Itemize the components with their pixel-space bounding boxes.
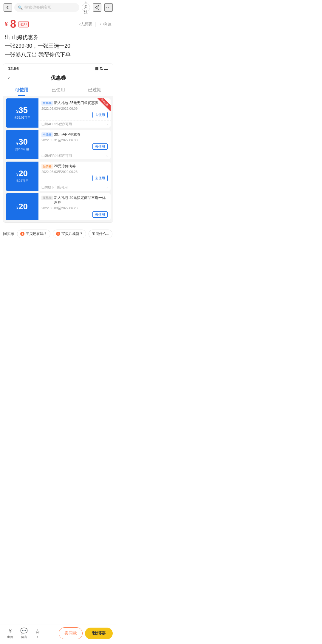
ss-coupon-3-inner: 品类券 20元冷鲜肉券 2022.06.03至2022.06.23 去使用 山姆… <box>38 162 111 191</box>
follow-button[interactable]: + 关注 <box>82 3 90 12</box>
ss-coupon-2-top: 全场券 30元-APP满减券 <box>41 132 108 137</box>
quick-q-label-3: 宝贝什么... <box>92 231 109 236</box>
ss-coupon-1-right: 全场券 新人礼包-35元无门槛优惠券 2022.06.03至2022.06.09… <box>38 98 111 120</box>
battery-icon: ▬ <box>104 66 108 71</box>
ss-coupon-3-badge: 品类券 <box>41 164 53 169</box>
ss-coupon-2-left: ¥30 满299可用 <box>6 130 38 159</box>
ss-coupon-4: ¥20 商品券 新人礼包-20元指定商品三选一优惠券 2022.06.03至20… <box>6 193 111 220</box>
ss-coupon-4-inner: 商品券 新人礼包-20元指定商品三选一优惠券 2022.06.03至2022.0… <box>38 193 111 220</box>
ss-coupon-3-chevron: › <box>106 186 108 189</box>
ss-app-title: 优惠券 <box>51 75 66 81</box>
quick-q-icon-1: ⬆ <box>20 232 24 236</box>
ss-time: 12:56 <box>8 66 19 71</box>
ss-app-header: ‹ 优惠券 <box>3 72 113 84</box>
ss-status-icons: ▦ ⇅ ▬ <box>95 66 108 71</box>
share-button[interactable] <box>93 3 101 12</box>
price-section: ¥ 8 包邮 2人想要 │ 73浏览 <box>0 15 116 32</box>
ss-coupon-4-name: 新人礼包-20元指定商品三选一优惠券 <box>54 196 108 205</box>
message-btn[interactable]: 💬 留言 <box>17 627 31 639</box>
price-value: 8 <box>10 19 16 30</box>
price-symbol: ¥ <box>5 21 8 27</box>
ask-seller-label: 问卖家 <box>3 231 15 236</box>
ss-coupon-1-left: ¥35 满35.01可用 <box>6 98 38 128</box>
ss-coupon-1-inner: 全场券 新人礼包-35元无门槛优惠券 2022.06.03至2022.06.09… <box>38 98 111 128</box>
ss-coupon-1-date: 2022.06.03至2022.06.09 <box>41 106 108 111</box>
ss-coupon-4-amount: ¥20 <box>16 202 28 211</box>
ss-coupon-2-date: 2022.05.31至2022.06.30 <box>41 138 108 143</box>
ss-coupon-2-badge: 全场券 <box>41 132 53 137</box>
ss-coupon-2-use-btn[interactable]: 去使用 <box>92 143 108 150</box>
search-icon: 🔍 <box>18 5 23 10</box>
ss-coupon-1: ¥35 满35.01可用 全场券 新人礼包-35元无门槛优惠券 2022.06.… <box>6 98 111 128</box>
ss-coupon-3-use-row: 去使用 <box>41 175 108 181</box>
ss-coupon-1-badge: 全场券 <box>41 101 53 106</box>
ss-coupon-2-inner: 全场券 30元-APP满减券 2022.05.31至2022.06.30 去使用… <box>38 130 111 159</box>
ss-tab-expired[interactable]: 已过期 <box>76 84 113 96</box>
out-price-btn[interactable]: ¥ 出价 <box>4 628 17 639</box>
ss-coupon-3-date: 2022.06.03至2022.06.23 <box>41 170 108 174</box>
sell-same-button[interactable]: 卖同款 <box>59 627 83 639</box>
follow-label: + 关注 <box>84 0 88 15</box>
ss-back-icon[interactable]: ‹ <box>8 75 10 81</box>
ss-coupon-1-use-row: 去使用 <box>41 112 108 118</box>
message-icon: 💬 <box>20 627 28 634</box>
item-title: 出 山姆优惠券 一张299-30，一张三选一20 一张券八元出 我帮你代下单 <box>0 32 116 64</box>
title-line2: 一张299-30，一张三选一20 <box>5 42 112 50</box>
ss-coupon-2: ¥30 满299可用 全场券 30元-APP满减券 2022.05.31至202… <box>6 130 111 159</box>
ss-coupon-4-right: 商品券 新人礼包-20元指定商品三选一优惠券 2022.06.03至2022.0… <box>38 193 111 220</box>
ss-coupon-3-amount: ¥20 <box>16 169 28 178</box>
quick-q-label-1: 宝贝还在吗？ <box>26 231 47 236</box>
quick-q-btn-1[interactable]: ⬆ 宝贝还在吗？ <box>17 230 50 238</box>
more-button[interactable]: ··· <box>104 3 113 12</box>
ss-coupon-2-chevron: › <box>106 154 108 158</box>
ss-coupon-1-name: 新人礼包-35元无门槛优惠券 <box>54 101 108 106</box>
price-left: ¥ 8 包邮 <box>5 19 29 30</box>
quick-q-label-2: 宝贝几成新？ <box>61 231 83 236</box>
ss-coupon-2-right: 全场券 30元-APP满减券 2022.05.31至2022.06.30 去使用 <box>38 130 111 152</box>
ss-coupon-1-amount: ¥35 <box>16 106 28 114</box>
ss-coupon-3-name: 20元冷鲜肉券 <box>54 164 108 169</box>
stat-divider: │ <box>95 22 97 27</box>
search-placeholder: 搜索你要的宝贝 <box>24 5 52 10</box>
signal-icon: ▦ <box>95 66 98 71</box>
title-line3: 一张券八元出 我帮你代下单 <box>5 50 112 59</box>
ss-coupon-2-amount: ¥30 <box>16 138 28 146</box>
screenshot-card: 12:56 ▦ ⇅ ▬ ‹ 优惠券 可使用 已使用 已过期 <box>3 64 113 222</box>
ss-tab-used[interactable]: 已使用 <box>40 84 77 96</box>
ss-coupon-4-use-row: 去使用 <box>41 211 108 218</box>
ss-coupon-1-condition: 满35.01可用 <box>14 116 30 120</box>
phone-screenshot: 12:56 ▦ ⇅ ▬ ‹ 优惠券 可使用 已使用 已过期 <box>3 64 113 222</box>
sell-same-label: 卖同款 <box>64 631 77 635</box>
top-nav: 🔍 搜索你要的宝贝 + 关注 ··· <box>0 0 116 15</box>
ss-tabs: 可使用 已使用 已过期 <box>3 84 113 96</box>
quick-q-btn-3[interactable]: 宝贝什么... <box>89 230 112 238</box>
quick-q-icon-2: ⬆ <box>56 232 60 236</box>
ss-coupon-1-top: 全场券 新人礼包-35元无门槛优惠券 <box>41 101 108 106</box>
ss-coupon-2-name: 30元-APP满减券 <box>54 132 108 137</box>
nav-icons: + 关注 ··· <box>82 3 113 12</box>
ss-tab-usable[interactable]: 可使用 <box>3 84 40 96</box>
favorite-label: 1 <box>37 636 38 639</box>
back-button[interactable] <box>4 3 12 12</box>
ss-coupon-3-condition: 满21可用 <box>16 179 28 183</box>
ss-coupon-1-chevron: › <box>106 123 108 126</box>
baoyou-tag: 包邮 <box>18 21 29 27</box>
want-count: 2人想要 <box>78 21 92 27</box>
ss-coupon-2-use-row: 去使用 <box>41 143 108 150</box>
quick-q-btn-2[interactable]: ⬆ 宝贝几成新？ <box>53 230 86 238</box>
search-bar[interactable]: 🔍 搜索你要的宝贝 <box>14 3 79 12</box>
want-label: 我想要 <box>92 631 106 636</box>
ss-coupon-4-use-btn[interactable]: 去使用 <box>92 211 108 218</box>
favorite-btn[interactable]: ☆ 1 <box>31 628 44 639</box>
bottom-bar: ¥ 出价 💬 留言 ☆ 1 卖同款 我想要 <box>0 625 116 644</box>
ss-coupon-1-use-btn[interactable]: 去使用 <box>92 112 108 118</box>
ss-coupon-4-top: 商品券 新人礼包-20元指定商品三选一优惠券 <box>41 196 108 205</box>
ss-coupon-3-right: 品类券 20元冷鲜肉券 2022.06.03至2022.06.23 去使用 <box>38 162 111 184</box>
wifi-icon: ⇅ <box>100 66 103 71</box>
want-button[interactable]: 我想要 <box>85 628 113 639</box>
message-label: 留言 <box>21 635 27 639</box>
out-price-icon: ¥ <box>8 628 12 634</box>
star-icon: ☆ <box>35 628 40 635</box>
ss-coupon-3-use-btn[interactable]: 去使用 <box>92 175 108 181</box>
out-price-label: 出价 <box>7 635 13 639</box>
